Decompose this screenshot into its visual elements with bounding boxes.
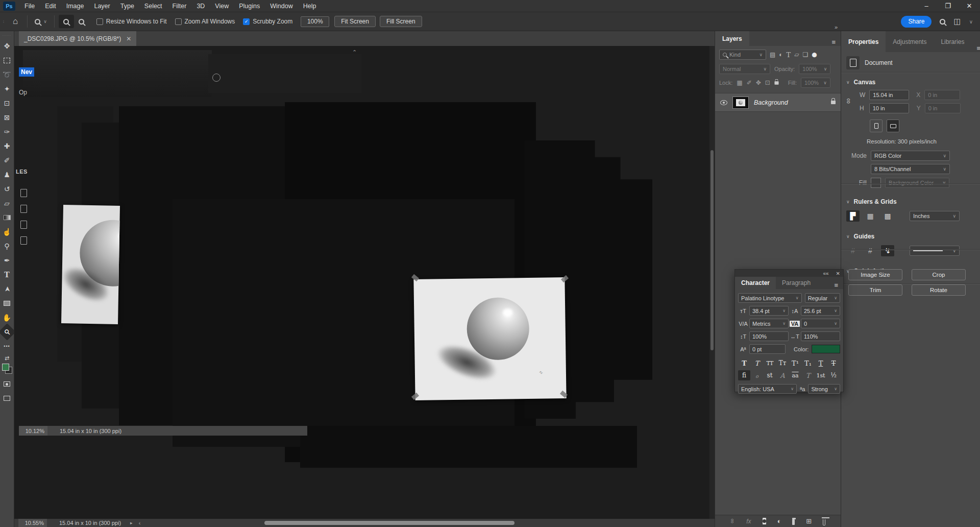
horizontal-scrollbar-thumb[interactable] (264, 521, 514, 525)
workspace-icon[interactable]: ◫ (953, 17, 961, 26)
toggle-rulers-icon[interactable]: ▛ (846, 210, 860, 222)
text-color-swatch[interactable] (812, 345, 840, 353)
contextual-alternates-button[interactable]: ℴ (751, 370, 763, 380)
type-tool[interactable]: T (1, 269, 13, 281)
restore-button[interactable]: ❐ (937, 0, 959, 12)
stylistic-alternates-button[interactable]: aa (789, 370, 801, 380)
rotate-button[interactable]: Rotate (912, 284, 966, 296)
object-selection-tool[interactable]: ✦ (1, 83, 13, 95)
ligatures-button[interactable]: fi (738, 370, 750, 380)
filter-shape-icon[interactable]: ▱ (794, 51, 799, 58)
delete-layer-icon[interactable] (823, 519, 825, 525)
menu-plugins[interactable]: Plugins (234, 3, 265, 10)
baseline-shift-field[interactable]: 0 pt (749, 344, 786, 354)
portrait-orientation-button[interactable] (870, 119, 883, 132)
screen-mode-button[interactable] (1, 392, 13, 404)
canvas-section-header[interactable]: ∨ Canvas (841, 74, 980, 88)
close-button[interactable]: ✕ (959, 0, 980, 12)
menu-file[interactable]: File (19, 3, 40, 10)
status-next-icon[interactable]: ▸ (130, 520, 133, 525)
filter-adjustment-icon[interactable]: ◐ (779, 51, 782, 58)
font-size-select[interactable]: 38.4 pt ∨ (749, 306, 789, 316)
collapse-panel-icon[interactable]: «« (823, 271, 828, 276)
filter-type-icon[interactable]: T (787, 51, 791, 59)
leading-select[interactable]: 25.6 pt ∨ (801, 306, 840, 316)
rulers-section-header[interactable]: ∨ Rulers & Grids (841, 192, 980, 208)
faux-italic-button[interactable]: T (751, 358, 763, 368)
minimize-button[interactable]: – (916, 0, 937, 12)
menu-type[interactable]: Type (115, 3, 139, 10)
link-layers-icon[interactable]: ∞ (729, 519, 737, 523)
menu-edit[interactable]: Edit (40, 3, 61, 10)
close-panel-icon[interactable]: ✕ (836, 271, 840, 276)
color-swatches[interactable] (2, 364, 12, 374)
lock-transparency-icon[interactable]: ▦ (737, 79, 742, 86)
blend-mode-select[interactable]: Normal ∨ (719, 64, 770, 74)
hand-tool[interactable]: ✋ (1, 312, 13, 324)
discretionary-ligatures-button[interactable]: st (764, 370, 776, 380)
path-selection-tool[interactable]: ➤ (1, 283, 13, 295)
language-select[interactable]: English: USA ∨ (738, 384, 797, 394)
faux-bold-button[interactable]: T (738, 358, 750, 368)
gradient-tool[interactable] (1, 211, 13, 224)
opacity-field[interactable]: 100% ∨ (799, 64, 830, 74)
move-tool[interactable]: ✥ (1, 40, 13, 52)
snap-guides-icon[interactable]: ↯ (881, 245, 894, 256)
menu-filter[interactable]: Filter (167, 3, 192, 10)
swash-button[interactable]: A (776, 370, 789, 380)
pen-tool[interactable]: ✒ (1, 254, 13, 267)
vertical-scrollbar-thumb[interactable] (710, 150, 714, 350)
zoom-in-button[interactable] (59, 15, 74, 28)
adjustment-layer-icon[interactable]: ◐ (777, 517, 781, 525)
scroll-up-arrow[interactable]: ⌃ (352, 49, 357, 56)
canvas-area[interactable]: ∿ Nev Op LES ⌃ 10.12% 15.04 in x 10 in (… (14, 46, 715, 519)
zoom-tool[interactable]: ⚲ (0, 323, 15, 341)
eyedropper-tool[interactable]: ✑ (1, 126, 13, 138)
share-button[interactable]: Share (901, 16, 932, 28)
lasso-tool[interactable]: ➰ (1, 68, 13, 81)
properties-menu-icon[interactable]: ≡ (971, 44, 980, 52)
ordinals-button[interactable]: 1st (815, 370, 827, 380)
superscript-button[interactable]: T¹ (789, 358, 801, 368)
add-mask-icon[interactable] (763, 518, 766, 524)
edit-toolbar-button[interactable]: ••• (1, 340, 13, 352)
dodge-tool[interactable]: ⚲ (1, 240, 13, 252)
fill-mode-select[interactable]: Background Color ∨ (885, 178, 949, 188)
character-menu-icon[interactable]: ≡ (829, 281, 843, 289)
history-brush-tool[interactable]: ↺ (1, 183, 13, 195)
menu-window[interactable]: Window (265, 3, 298, 10)
vertical-scrollbar[interactable] (709, 46, 715, 519)
tab-adjustments[interactable]: Adjustments (886, 31, 934, 52)
scrubby-zoom-checkbox[interactable]: ✓ Scrubby Zoom (243, 18, 301, 25)
layer-row-background[interactable]: Background (715, 93, 841, 112)
color-mode-select[interactable]: RGB Color ∨ (871, 151, 950, 161)
layer-lock-icon[interactable] (831, 101, 836, 104)
smudge-tool[interactable]: ☝ (1, 226, 13, 238)
tab-properties[interactable]: Properties (841, 31, 886, 52)
tracking-select[interactable]: 0 ∨ (801, 319, 840, 328)
rectangle-tool[interactable] (1, 297, 13, 309)
fill-color-swatch[interactable] (871, 178, 881, 188)
bit-depth-select[interactable]: 8 Bits/Channel ∨ (871, 164, 950, 174)
foreground-color-swatch[interactable] (2, 364, 9, 371)
canvas-y-field[interactable]: 0 in (925, 103, 961, 113)
lock-pixels-icon[interactable]: ✐ (747, 79, 752, 86)
layer-thumbnail[interactable] (732, 97, 749, 109)
clone-stamp-tool[interactable]: ♟ (1, 169, 13, 181)
menu-3d[interactable]: 3D (191, 3, 210, 10)
document-tab[interactable]: _DSC0298.JPG @ 10.5% (RGB/8*) ✕ (19, 31, 136, 46)
tab-character[interactable]: Character (735, 277, 776, 289)
canvas-width-field[interactable]: 15.04 in (869, 90, 909, 100)
zoom-out-button[interactable] (74, 15, 89, 28)
new-group-icon[interactable] (792, 519, 795, 525)
menu-image[interactable]: Image (61, 3, 89, 10)
strikethrough-button[interactable]: T (827, 358, 840, 368)
collapse-panels-icon[interactable]: » (835, 24, 838, 30)
resize-windows-checkbox[interactable]: Resize Windows to Fit (96, 18, 175, 25)
vertical-scale-field[interactable]: 100% (749, 331, 789, 341)
image-size-button[interactable]: Image Size (848, 269, 902, 280)
toggle-transparency-icon[interactable]: ▩ (881, 210, 894, 222)
fit-screen-button[interactable]: Fit Screen (334, 16, 376, 27)
filter-pixel-icon[interactable]: ▤ (770, 51, 775, 58)
zoom-level-field[interactable]: 10.12% (19, 426, 47, 436)
